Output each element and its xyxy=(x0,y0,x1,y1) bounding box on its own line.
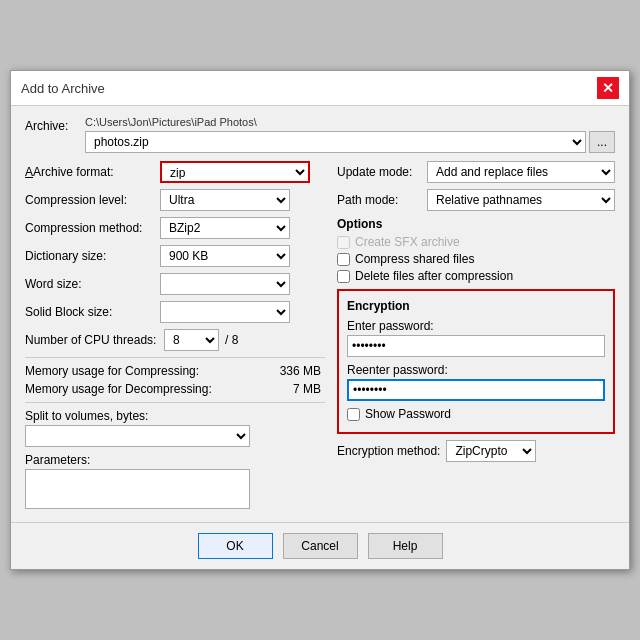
params-label: Parameters: xyxy=(25,453,325,467)
archive-combo-row: photos.zip ... xyxy=(85,131,615,153)
archive-path-col: C:\Users\Jon\Pictures\iPad Photos\ photo… xyxy=(85,116,615,153)
cpu-threads-label: Number of CPU threads: xyxy=(25,333,160,347)
solid-block-select[interactable] xyxy=(160,301,290,323)
cancel-button[interactable]: Cancel xyxy=(283,533,358,559)
path-mode-label: Path mode: xyxy=(337,193,427,207)
delete-after-row: Delete files after compression xyxy=(337,269,615,283)
archive-label: Archive: xyxy=(25,116,85,133)
compression-level-label: Compression level: xyxy=(25,193,160,207)
solid-block-row: Solid Block size: xyxy=(25,301,325,323)
delete-after-checkbox[interactable] xyxy=(337,270,350,283)
update-mode-select[interactable]: Add and replace files Update and add fil… xyxy=(427,161,615,183)
reenter-password-input[interactable] xyxy=(347,379,605,401)
ok-button[interactable]: OK xyxy=(198,533,273,559)
enc-method-label: Encryption method: xyxy=(337,444,440,458)
right-column: Update mode: Add and replace files Updat… xyxy=(337,161,615,512)
enter-password-input[interactable] xyxy=(347,335,605,357)
cpu-threads-of: / 8 xyxy=(225,333,238,347)
word-size-row: Word size: xyxy=(25,273,325,295)
word-size-select[interactable] xyxy=(160,273,290,295)
archive-format-label: AArchive format: xyxy=(25,165,160,179)
path-mode-row: Path mode: Relative pathnames Full pathn… xyxy=(337,189,615,211)
enc-method-select[interactable]: ZipCrypto AES-128 AES-192 AES-256 xyxy=(446,440,536,462)
add-to-archive-dialog: Add to Archive ✕ Archive: C:\Users\Jon\P… xyxy=(10,70,630,570)
memory-compress-label: Memory usage for Compressing: xyxy=(25,364,280,378)
show-password-row: Show Password xyxy=(347,407,605,421)
compress-shared-row: Compress shared files xyxy=(337,252,615,266)
archive-format-select[interactable]: zip rar 7z tar gz xyxy=(160,161,310,183)
cpu-threads-row: Number of CPU threads: 8 4 2 1 / 8 xyxy=(25,329,325,351)
dialog-footer: OK Cancel Help xyxy=(11,522,629,569)
params-input[interactable] xyxy=(25,469,250,509)
close-button[interactable]: ✕ xyxy=(597,77,619,99)
parameters-row: Parameters: xyxy=(25,453,325,512)
compression-method-label: Compression method: xyxy=(25,221,160,235)
encryption-box: Encryption Enter password: Reenter passw… xyxy=(337,289,615,434)
enc-method-row: Encryption method: ZipCrypto AES-128 AES… xyxy=(337,440,615,462)
encryption-title: Encryption xyxy=(347,299,605,313)
help-button[interactable]: Help xyxy=(368,533,443,559)
create-sfx-label: Create SFX archive xyxy=(355,235,460,249)
cpu-threads-select[interactable]: 8 4 2 1 xyxy=(164,329,219,351)
compression-level-select[interactable]: Ultra Best Good Normal Fast Fastest Stor… xyxy=(160,189,290,211)
dialog-body: Archive: C:\Users\Jon\Pictures\iPad Phot… xyxy=(11,106,629,522)
compression-method-row: Compression method: BZip2 Deflate Deflat… xyxy=(25,217,325,239)
delete-after-label: Delete files after compression xyxy=(355,269,513,283)
show-password-checkbox[interactable] xyxy=(347,408,360,421)
memory-compress-row: Memory usage for Compressing: 336 MB xyxy=(25,364,325,378)
dictionary-size-row: Dictionary size: 900 KB 1 MB 2 MB xyxy=(25,245,325,267)
compress-shared-label: Compress shared files xyxy=(355,252,474,266)
split-label: Split to volumes, bytes: xyxy=(25,409,325,423)
memory-decompress-label: Memory usage for Decompressing: xyxy=(25,382,293,396)
title-bar: Add to Archive ✕ xyxy=(11,71,629,106)
archive-filename-select[interactable]: photos.zip xyxy=(85,131,586,153)
options-title: Options xyxy=(337,217,615,231)
update-mode-label: Update mode: xyxy=(337,165,427,179)
dialog-title: Add to Archive xyxy=(21,81,105,96)
path-mode-select[interactable]: Relative pathnames Full pathnames Absolu… xyxy=(427,189,615,211)
compression-method-select[interactable]: BZip2 Deflate Deflate64 LZMA xyxy=(160,217,290,239)
compress-shared-checkbox[interactable] xyxy=(337,253,350,266)
memory-decompress-value: 7 MB xyxy=(293,382,325,396)
archive-path: C:\Users\Jon\Pictures\iPad Photos\ xyxy=(85,116,615,128)
solid-block-label: Solid Block size: xyxy=(25,305,160,319)
two-col-layout: AArchive format: zip rar 7z tar gz Compr… xyxy=(25,161,615,512)
create-sfx-checkbox[interactable] xyxy=(337,236,350,249)
word-size-label: Word size: xyxy=(25,277,160,291)
dictionary-size-select[interactable]: 900 KB 1 MB 2 MB xyxy=(160,245,290,267)
show-password-label: Show Password xyxy=(365,407,451,421)
dictionary-size-label: Dictionary size: xyxy=(25,249,160,263)
reenter-password-label: Reenter password: xyxy=(347,363,605,377)
split-volumes-row: Split to volumes, bytes: xyxy=(25,409,325,447)
create-sfx-row: Create SFX archive xyxy=(337,235,615,249)
archive-format-row: AArchive format: zip rar 7z tar gz xyxy=(25,161,325,183)
left-column: AArchive format: zip rar 7z tar gz Compr… xyxy=(25,161,325,512)
memory-compress-value: 336 MB xyxy=(280,364,325,378)
split-select[interactable] xyxy=(25,425,250,447)
memory-decompress-row: Memory usage for Decompressing: 7 MB xyxy=(25,382,325,396)
enter-password-label: Enter password: xyxy=(347,319,605,333)
compression-level-row: Compression level: Ultra Best Good Norma… xyxy=(25,189,325,211)
archive-row: Archive: C:\Users\Jon\Pictures\iPad Phot… xyxy=(25,116,615,153)
options-group: Options Create SFX archive Compress shar… xyxy=(337,217,615,283)
browse-button[interactable]: ... xyxy=(589,131,615,153)
update-mode-row: Update mode: Add and replace files Updat… xyxy=(337,161,615,183)
